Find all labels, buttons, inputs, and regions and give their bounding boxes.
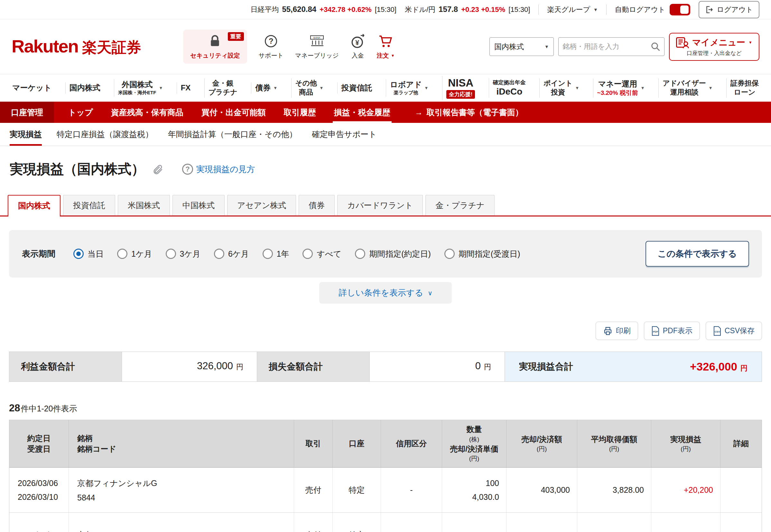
chevron-down-icon: ▼ (709, 86, 713, 90)
cell-margin-type: - (381, 468, 442, 512)
period-radio[interactable]: 当日 (73, 249, 104, 259)
period-radio[interactable]: 1ケ月 (117, 249, 152, 259)
symbol-search-input[interactable] (563, 42, 651, 51)
cell-symbol: 京都フィナンシャルG (69, 513, 294, 532)
product-tab[interactable]: 中国株式 (172, 195, 225, 216)
global-nav-item[interactable]: その他 商品 ▼ (291, 78, 327, 97)
period-filter-panel: 表示期間 当日 1ケ月 3ケ月 6ケ月 1 (9, 230, 762, 278)
logout-button[interactable]: ログアウト (699, 1, 759, 18)
detailed-conditions-link[interactable]: 詳しい条件を表示する ∨ (319, 282, 452, 304)
order-link[interactable]: 注文 ▼ (377, 33, 395, 60)
pnl-subtab[interactable]: 実現損益 (10, 123, 42, 146)
chevron-down-icon: ▼ (641, 86, 645, 90)
period-radio[interactable]: 期間指定(受渡日) (445, 249, 520, 259)
security-settings-link[interactable]: 重要 セキュリティ設定 (183, 30, 247, 64)
account-nav-item[interactable]: → 取引報告書等（電子書面） (406, 102, 532, 123)
global-nav-item[interactable]: 投資信託 ▼ (337, 82, 376, 94)
global-nav-item[interactable]: 証券担保 ローン ▼ (726, 78, 763, 97)
csv-button[interactable]: CSV CSV保存 (706, 322, 762, 340)
product-tab[interactable]: 債券 (298, 195, 335, 216)
help-link[interactable]: ? 実現損益の見方 (182, 164, 255, 175)
pnl-subtab[interactable]: 確定申告サポート (312, 123, 377, 146)
product-category-select[interactable]: 国内株式 ▼ (490, 37, 554, 56)
top-bar: 日経平均 55,620.84 +342.78 +0.62% [15:30] 米ド… (0, 0, 771, 19)
my-menu-button[interactable]: マイメニュー ▼ 口座管理・入出金など (669, 33, 759, 61)
account-nav-item[interactable]: → 資産残高・保有商品 (102, 102, 192, 123)
global-nav-item[interactable]: 債券 ▼ (251, 82, 281, 94)
account-nav-item[interactable]: → 取引履歴 (275, 102, 325, 123)
product-tab[interactable]: カバードワラント (337, 195, 423, 216)
cell-detail (721, 513, 762, 532)
cell-dates: 2026/03/06 2026/03/10 (9, 468, 69, 512)
cell-amount: 405,000 (507, 513, 577, 532)
global-nav-item[interactable]: 金・銀 プラチナ ▼ (204, 78, 241, 97)
product-tab[interactable]: アセアン株式 (227, 195, 296, 216)
usdjpy-label: 米ドル/円 (405, 5, 436, 14)
account-nav-item[interactable]: → 損益・税金履歴 (325, 102, 399, 123)
chevron-down-icon: ∨ (428, 289, 433, 297)
period-radio[interactable]: 1年 (262, 249, 289, 259)
radio-icon (355, 249, 365, 259)
global-nav-item[interactable]: 国内株式 ▼ (65, 82, 104, 94)
cell-trade: 売付 (294, 468, 333, 512)
pdf-button[interactable]: PDF PDF表示 (644, 322, 700, 340)
svg-text:PDF: PDF (653, 330, 658, 333)
print-button[interactable]: 印刷 (596, 322, 638, 340)
important-badge: 重要 (228, 32, 244, 41)
help-icon: ? (182, 164, 193, 175)
global-nav-item[interactable]: マネー運用 ~3.20% 税引前 ▼ (593, 78, 649, 97)
moneybridge-link[interactable]: BANK マネーブリッジ (295, 33, 339, 60)
period-radio[interactable]: すべて (302, 249, 341, 259)
support-link[interactable]: ? サポート (259, 33, 283, 60)
global-nav-item[interactable]: FX ▼ (177, 82, 195, 94)
header-cell: 口座 (333, 420, 381, 467)
global-nav-item[interactable]: NISA 全力応援! ▼ (442, 76, 479, 100)
svg-text:BANK: BANK (313, 36, 320, 39)
cell-avg-cost: 3,828.00 (577, 513, 651, 532)
period-radio[interactable]: 期間指定(約定日) (355, 249, 431, 259)
pnl-table: 約定日 受渡日 銘柄 銘柄コード 取引 口座 (9, 420, 762, 532)
global-nav-item[interactable]: 外国株式 米国株・海外ETF ▼ (114, 79, 167, 97)
header-cell: 実現損益 (円) (651, 420, 721, 467)
account-nav-item[interactable]: → トップ (59, 102, 102, 123)
realized-total-value: +326,000 円 (690, 360, 748, 373)
cell-realized-pnl: +22,200 (651, 513, 721, 532)
global-nav-item[interactable]: アドバイザー 運用相談 ▼ (658, 78, 716, 97)
pnl-subtab[interactable]: 年間損益計算（一般口座・その他） (168, 123, 297, 146)
rakuten-group-menu[interactable]: 楽天グループ ▼ (547, 5, 598, 14)
chevron-down-icon: ▼ (159, 86, 163, 90)
support-icon: ? (265, 33, 277, 49)
account-nav-item[interactable]: → 買付・出金可能額 (192, 102, 275, 123)
table-row: 2026/03/06 京都フィナンシャルG 売付 特定 - 100 405,00… (9, 513, 762, 532)
header-cell: 約定日 受渡日 (9, 420, 69, 467)
global-nav-item[interactable]: マーケット ▼ (8, 82, 55, 94)
realized-total: 実現損益合計 +326,000 円 (505, 352, 762, 381)
product-tab[interactable]: 国内株式 (8, 195, 60, 216)
search-icon[interactable] (651, 42, 660, 51)
deposit-link[interactable]: ¥ 入金 (350, 33, 365, 60)
header-cell: 平均取得価額 (円) (577, 420, 651, 467)
global-nav-item[interactable]: ロボアド 楽ラップ他 ▼ (386, 79, 432, 97)
account-nav-item[interactable]: → 口座管理 (0, 102, 54, 123)
cell-trade: 売付 (294, 513, 333, 532)
auto-logout-toggle[interactable] (670, 4, 690, 15)
logout-icon (705, 5, 713, 14)
product-tab[interactable]: 投資信託 (63, 195, 115, 216)
table-header-row: 約定日 受渡日 銘柄 銘柄コード 取引 口座 (9, 420, 762, 468)
cell-symbol: 京都フィナンシャルG 5844 (69, 468, 294, 512)
rakuten-logo[interactable]: Rakuten 楽天証券 (12, 36, 141, 58)
table-row: 2026/03/06 2026/03/10 京都フィナンシャルG 5844 売付… (9, 468, 762, 513)
global-nav: マーケット ▼ 国内株式 ▼ 外国株式 米国株・海外ETF ▼ (0, 74, 771, 102)
pnl-subtab[interactable]: 特定口座損益（譲渡益税） (57, 123, 153, 146)
product-tab[interactable]: 金・プラチナ (426, 195, 494, 216)
global-nav-item[interactable]: ポイント 投資 ▼ (539, 78, 583, 97)
realized-total-label: 実現損益合計 (519, 361, 573, 373)
product-tab[interactable]: 米国株式 (118, 195, 170, 216)
auto-logout-label: 自動ログアウト (615, 5, 665, 14)
apply-filter-button[interactable]: この条件で表示する (646, 241, 749, 267)
period-radio[interactable]: 3ケ月 (166, 249, 201, 259)
global-nav-item[interactable]: 確定拠出年金 iDeCo ▼ (489, 78, 530, 98)
chevron-down-icon: ▼ (575, 86, 579, 90)
pdf-icon: PDF (651, 326, 660, 336)
period-radio[interactable]: 6ケ月 (214, 249, 249, 259)
